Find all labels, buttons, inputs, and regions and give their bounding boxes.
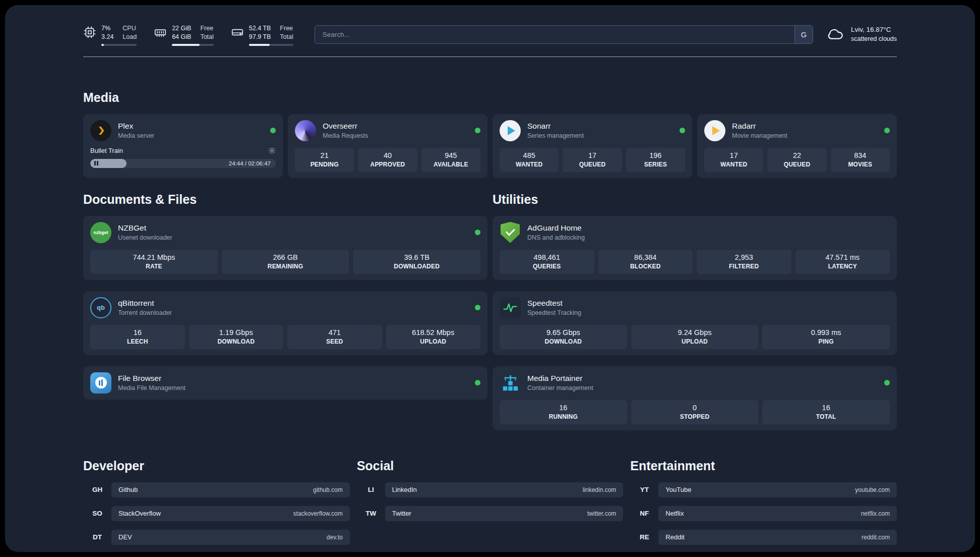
playback-progress-bar[interactable]: 24:44 / 02:06:47	[90, 159, 276, 168]
memory-label-top: Free	[200, 24, 213, 33]
stat-tile: 471SEED	[287, 325, 382, 349]
storage-meter	[249, 44, 293, 46]
bookmark-link-netflix[interactable]: Netflix netflix.com	[658, 506, 897, 521]
search-bar: G	[315, 25, 813, 44]
stat-tile: 86,384BLOCKED	[598, 250, 693, 274]
now-playing-title: Bullet Train	[90, 147, 123, 154]
status-dot	[680, 128, 685, 133]
app-card-plex[interactable]: Plex Media server Bullet Train	[83, 114, 283, 178]
stat-tile: 16LEECH	[90, 325, 185, 349]
search-engine-button[interactable]: G	[794, 26, 813, 43]
plex-icon	[90, 120, 111, 141]
bookmark-row: NF Netflix netflix.com	[630, 506, 897, 521]
stat-tile: 16RUNNING	[500, 400, 627, 424]
stat-tile: 40APPROVED	[358, 148, 417, 172]
bookmark-link-stackoverflow[interactable]: StackOverflow stackoverflow.com	[111, 506, 350, 521]
app-card-nzbget[interactable]: nzbget NZBGet Usenet downloader 744.21 M…	[83, 216, 487, 280]
app-card-sonarr[interactable]: Sonarr Series management 485WANTED 17QUE…	[493, 114, 692, 178]
app-card-speedtest[interactable]: Speedtest Speedtest Tracking 9.65 GbpsDO…	[493, 291, 897, 355]
section-media: Media Plex Media server	[83, 90, 897, 178]
cpu-label-top: CPU	[122, 24, 137, 33]
section-title-documents: Documents & Files	[83, 192, 487, 207]
disk-icon	[231, 26, 244, 41]
storage-label-bottom: Total	[280, 33, 293, 41]
bookmark-abbr: DT	[83, 533, 111, 541]
playback-time: 24:44 / 02:06:47	[229, 160, 271, 166]
bookmark-abbr: NF	[630, 510, 658, 517]
ram-icon	[154, 26, 167, 41]
cpu-chip-icon	[83, 26, 96, 41]
app-name: Sonarr	[527, 122, 584, 131]
qbittorrent-icon: qb	[90, 297, 111, 318]
cpu-load: 3.24	[101, 33, 113, 41]
app-card-filebrowser[interactable]: File Browser Media File Management	[83, 366, 487, 400]
bookmark-link-youtube[interactable]: YouTube youtube.com	[658, 482, 897, 497]
bookmark-abbr: GH	[83, 486, 111, 493]
app-subtitle: Usenet downloader	[118, 234, 172, 241]
bookmark-link-twitter[interactable]: Twitter twitter.com	[385, 506, 624, 521]
app-card-radarr[interactable]: Radarr Movie management 17WANTED 22QUEUE…	[697, 114, 897, 178]
section-title-social: Social	[357, 459, 624, 473]
pause-icon	[94, 161, 96, 165]
stat-tile: 0.993 msPING	[762, 325, 890, 349]
stat-tile: 266 GBREMAINING	[222, 250, 349, 274]
gear-icon[interactable]	[268, 147, 276, 154]
bookmark-row: TW Twitter twitter.com	[357, 506, 624, 521]
section-title-utilities: Utilities	[493, 192, 897, 207]
app-subtitle: Torrent downloader	[118, 309, 172, 316]
status-dot	[475, 305, 480, 310]
section-developer: Developer GH Github github.com SO StackO…	[83, 459, 350, 545]
app-card-qbittorrent[interactable]: qb qBittorrent Torrent downloader 16LEEC…	[83, 291, 487, 355]
app-card-adguard[interactable]: AdGuard Home DNS and adblocking 498,461Q…	[493, 216, 897, 280]
memory-total: 64 GiB	[172, 33, 191, 41]
app-subtitle: Media File Management	[118, 384, 186, 392]
overseerr-icon	[295, 120, 316, 141]
sonarr-icon	[500, 120, 521, 141]
status-dot	[270, 128, 276, 133]
app-subtitle: Movie management	[732, 132, 787, 139]
stat-tile: 17WANTED	[704, 148, 763, 172]
top-bar: 7% 3.24 CPU Load	[83, 5, 897, 46]
search-input[interactable]	[315, 26, 794, 43]
stat-tile: 0STOPPED	[631, 400, 759, 424]
app-card-portainer[interactable]: Media Portainer Container management 16R…	[493, 366, 897, 430]
stat-tile: 9.24 GbpsUPLOAD	[631, 325, 759, 349]
cpu-meter	[101, 44, 137, 46]
bookmark-abbr: SO	[83, 510, 111, 517]
section-title-entertainment: Entertainment	[630, 459, 897, 473]
speedtest-icon	[500, 297, 521, 318]
bookmark-link-dev[interactable]: DEV dev.to	[111, 530, 350, 545]
topbar-divider	[83, 57, 897, 57]
portainer-icon	[500, 372, 521, 394]
app-name: File Browser	[118, 374, 186, 383]
section-utilities: Utilities AdGuard Home DNS and adblockin…	[493, 192, 897, 430]
bookmark-row: YT YouTube youtube.com	[630, 482, 897, 497]
bookmark-link-linkedin[interactable]: LinkedIn linkedin.com	[385, 482, 624, 497]
stat-tile: 16TOTAL	[762, 400, 890, 424]
status-dot	[475, 380, 480, 385]
bookmark-link-github[interactable]: Github github.com	[111, 482, 350, 497]
stat-tile: 945AVAILABLE	[421, 148, 480, 172]
dashboard-content: 7% 3.24 CPU Load	[5, 5, 975, 552]
cpu-widget: 7% 3.24 CPU Load	[83, 24, 137, 46]
status-dot	[475, 230, 480, 235]
section-entertainment: Entertainment YT YouTube youtube.com NF …	[630, 459, 897, 545]
section-title-developer: Developer	[83, 459, 350, 473]
section-social: Social LI LinkedIn linkedin.com TW Twitt…	[357, 459, 624, 545]
nzbget-icon: nzbget	[90, 222, 111, 243]
app-name: Media Portainer	[527, 374, 593, 383]
stat-tile: 2,953FILTERED	[697, 250, 791, 274]
stat-tile: 744.21 MbpsRATE	[90, 250, 218, 274]
bookmark-row: SO StackOverflow stackoverflow.com	[83, 506, 350, 521]
bookmark-link-reddit[interactable]: Reddit reddit.com	[658, 530, 897, 545]
bookmark-row: GH Github github.com	[83, 482, 350, 497]
status-dot	[475, 128, 480, 133]
app-card-overseerr[interactable]: Overseerr Media Requests 21PENDING 40APP…	[288, 114, 487, 178]
memory-widget: 22 GiB 64 GiB Free Total	[154, 24, 214, 46]
stat-tile: 485WANTED	[500, 148, 559, 172]
storage-total: 97.9 TB	[249, 33, 271, 41]
weather-condition: scattered clouds	[851, 35, 897, 43]
storage-label-top: Free	[280, 24, 293, 33]
stat-tile: 39.6 TBDOWNLOADED	[353, 250, 480, 274]
memory-label-bottom: Total	[200, 33, 213, 41]
